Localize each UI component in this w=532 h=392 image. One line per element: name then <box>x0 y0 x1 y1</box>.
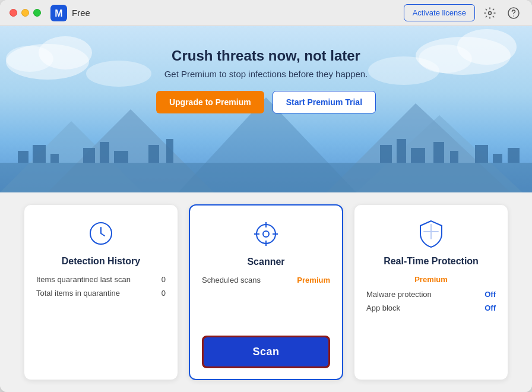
total-quarantine-value: 0 <box>162 289 166 298</box>
svg-point-7 <box>6 46 53 72</box>
logo-icon: M <box>50 5 67 21</box>
svg-rect-34 <box>508 148 520 163</box>
svg-rect-28 <box>397 139 406 163</box>
svg-rect-19 <box>18 151 28 163</box>
realtime-protection-card: Real-Time Protection Premium Malware pro… <box>354 204 508 380</box>
detection-history-content: Items quarantined last scan 0 Total item… <box>36 275 166 369</box>
scanner-content: Scheduled scans Premium <box>202 276 330 327</box>
realtime-protection-title: Real-Time Protection <box>384 256 479 267</box>
quarantined-last-scan-value: 0 <box>162 275 166 284</box>
scan-button-wrapper: Scan <box>202 336 330 368</box>
svg-rect-27 <box>380 145 392 163</box>
malware-protection-row: Malware protection Off <box>366 290 496 299</box>
svg-point-9 <box>457 29 517 65</box>
upgrade-to-premium-button[interactable]: Upgrade to Premium <box>156 91 264 113</box>
scheduled-scans-row: Scheduled scans Premium <box>202 276 330 284</box>
start-trial-button[interactable]: Start Premium Trial <box>273 91 376 113</box>
scheduled-scans-value: Premium <box>297 276 330 284</box>
svg-rect-31 <box>450 151 458 163</box>
total-quarantine-row: Total items in quarantine 0 <box>36 289 166 298</box>
settings-button[interactable] <box>481 4 499 22</box>
hero-buttons: Upgrade to Premium Start Premium Trial <box>156 91 376 113</box>
svg-marker-14 <box>48 109 214 192</box>
app-logo: M Free <box>50 5 90 21</box>
help-icon <box>508 7 520 19</box>
svg-rect-30 <box>433 142 444 163</box>
svg-rect-26 <box>166 139 173 163</box>
gear-icon <box>484 7 496 19</box>
svg-point-2 <box>489 11 492 14</box>
maximize-button[interactable] <box>33 9 41 17</box>
svg-rect-22 <box>83 148 95 163</box>
total-quarantine-label: Total items in quarantine <box>36 289 120 298</box>
app-name: Free <box>72 8 90 18</box>
hero-subtitle: Get Premium to stop infections before th… <box>164 69 368 79</box>
svg-point-12 <box>368 56 439 85</box>
app-block-row: App block Off <box>366 304 496 312</box>
titlebar: M Free Activate license <box>0 0 532 26</box>
svg-marker-15 <box>356 115 522 192</box>
realtime-protection-content: Malware protection Off App block Off <box>366 290 496 369</box>
hero-title: Crush threats now, not later <box>172 48 360 64</box>
svg-rect-29 <box>411 148 425 163</box>
svg-rect-23 <box>100 142 109 163</box>
svg-rect-20 <box>33 145 46 163</box>
svg-rect-21 <box>50 154 59 163</box>
svg-point-6 <box>39 36 92 69</box>
svg-marker-13 <box>0 121 142 192</box>
svg-rect-33 <box>493 154 502 163</box>
svg-rect-32 <box>475 145 488 163</box>
scan-button[interactable]: Scan <box>204 337 328 366</box>
main-window: M Free Activate license <box>0 0 532 392</box>
app-block-value: Off <box>484 304 496 312</box>
traffic-lights <box>10 9 41 17</box>
app-block-label: App block <box>366 304 400 312</box>
shield-icon <box>416 218 446 249</box>
activate-license-button[interactable]: Activate license <box>404 4 475 21</box>
close-button[interactable] <box>10 9 17 17</box>
minimize-button[interactable] <box>21 9 29 17</box>
svg-point-4 <box>513 15 514 17</box>
scanner-card: Scanner Scheduled scans Premium Scan <box>189 204 343 380</box>
cards-area: Detection History Items quarantined last… <box>0 192 532 392</box>
malware-protection-value: Off <box>484 290 496 299</box>
svg-rect-24 <box>114 151 128 163</box>
hero-banner: Crush threats now, not later Get Premium… <box>0 26 532 192</box>
svg-point-10 <box>419 45 472 73</box>
malware-protection-label: Malware protection <box>366 290 432 299</box>
svg-text:M: M <box>55 8 62 18</box>
svg-point-11 <box>86 61 151 87</box>
svg-rect-18 <box>0 163 532 192</box>
crosshair-icon <box>251 219 281 249</box>
premium-badge: Premium <box>414 275 448 284</box>
scanner-title: Scanner <box>247 257 284 267</box>
svg-point-37 <box>263 231 269 237</box>
titlebar-actions: Activate license <box>404 4 522 22</box>
quarantined-last-scan-label: Items quarantined last scan <box>36 275 131 284</box>
clock-icon <box>86 218 116 249</box>
svg-marker-16 <box>327 103 511 192</box>
svg-point-8 <box>416 37 511 75</box>
detection-history-title: Detection History <box>62 256 140 267</box>
svg-rect-25 <box>148 145 159 163</box>
svg-point-5 <box>6 44 89 80</box>
scheduled-scans-label: Scheduled scans <box>202 276 261 284</box>
help-button[interactable] <box>505 4 522 22</box>
detection-history-card: Detection History Items quarantined last… <box>24 204 178 380</box>
quarantined-last-scan-row: Items quarantined last scan 0 <box>36 275 166 284</box>
